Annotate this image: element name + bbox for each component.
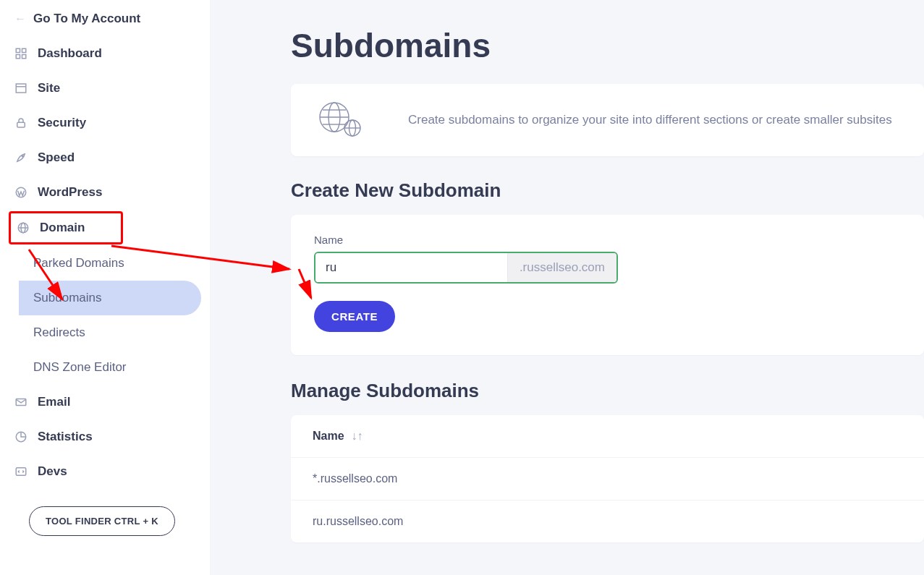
name-field-label: Name xyxy=(314,234,901,246)
svg-rect-0 xyxy=(16,48,20,52)
nav-devs[interactable]: Devs xyxy=(0,454,210,489)
site-icon xyxy=(14,82,27,95)
table-row[interactable]: ru.russellseo.com xyxy=(291,501,924,542)
globe-icon xyxy=(17,221,30,234)
svg-rect-6 xyxy=(17,122,25,127)
back-arrow-icon: ← xyxy=(14,12,26,25)
nav-devs-label: Devs xyxy=(38,464,67,479)
nav-dashboard-label: Dashboard xyxy=(38,46,102,61)
nav-speed-label: Speed xyxy=(38,150,75,165)
subnav-redirects[interactable]: Redirects xyxy=(19,315,210,350)
nav-statistics-label: Statistics xyxy=(38,430,93,444)
svg-rect-4 xyxy=(16,84,26,93)
nav-wordpress-label: WordPress xyxy=(38,185,102,200)
go-to-account-label: Go To My Account xyxy=(33,12,140,26)
subnav-subdomains[interactable]: Subdomains xyxy=(19,281,201,315)
wordpress-icon xyxy=(14,186,27,199)
create-section-title: Create New Subdomain xyxy=(291,179,924,202)
nav-speed[interactable]: Speed xyxy=(0,140,210,175)
nav-statistics[interactable]: Statistics xyxy=(0,419,210,454)
domain-suffix-label: .russellseo.com xyxy=(507,253,616,282)
rocket-icon xyxy=(14,151,27,164)
manage-subdomains-table: Name ↓↑ *.russellseo.com ru.russellseo.c… xyxy=(291,415,924,542)
sort-icon[interactable]: ↓↑ xyxy=(352,430,363,443)
envelope-icon xyxy=(14,396,27,409)
dashboard-icon xyxy=(14,47,27,60)
main-content: Subdomains Create subdomains to organize xyxy=(210,0,924,575)
subnav-parked-domains[interactable]: Parked Domains xyxy=(19,246,210,281)
go-to-account-link[interactable]: ← Go To My Account xyxy=(0,7,210,36)
nav-site[interactable]: Site xyxy=(0,71,210,106)
create-button[interactable]: CREATE xyxy=(314,301,395,332)
code-icon xyxy=(14,465,27,478)
piechart-icon xyxy=(14,430,27,443)
subnav-dns-zone-editor[interactable]: DNS Zone Editor xyxy=(19,350,210,385)
domain-subnav: Parked Domains Subdomains Redirects DNS … xyxy=(0,246,210,385)
info-card: Create subdomains to organize your site … xyxy=(291,84,924,156)
nav-email-label: Email xyxy=(38,395,70,409)
sidebar: ← Go To My Account Dashboard Site Securi… xyxy=(0,0,210,575)
svg-rect-1 xyxy=(22,48,26,52)
nav-domain[interactable]: Domain xyxy=(9,211,123,244)
svg-rect-3 xyxy=(22,55,26,59)
nav-dashboard[interactable]: Dashboard xyxy=(0,36,210,71)
subdomains-illustration-icon xyxy=(317,100,365,140)
nav-wordpress[interactable]: WordPress xyxy=(0,175,210,210)
name-input-group: .russellseo.com xyxy=(314,252,618,284)
manage-section-title: Manage Subdomains xyxy=(291,380,924,402)
lock-icon xyxy=(14,116,27,129)
info-text: Create subdomains to organize your site … xyxy=(408,111,892,129)
table-header: Name ↓↑ xyxy=(291,415,924,458)
tool-finder-button[interactable]: TOOL FINDER CTRL + K xyxy=(29,506,175,536)
table-row[interactable]: *.russellseo.com xyxy=(291,458,924,501)
subdomain-name-input[interactable] xyxy=(315,253,507,282)
nav-security[interactable]: Security xyxy=(0,106,210,140)
nav-security-label: Security xyxy=(38,116,86,130)
nav-email[interactable]: Email xyxy=(0,385,210,419)
svg-point-7 xyxy=(22,156,23,157)
create-subdomain-card: Name .russellseo.com CREATE xyxy=(291,215,924,355)
nav-site-label: Site xyxy=(38,81,60,95)
column-name-header[interactable]: Name xyxy=(313,430,344,443)
svg-rect-2 xyxy=(16,55,20,59)
page-title: Subdomains xyxy=(291,26,924,65)
nav-domain-label: Domain xyxy=(40,221,85,235)
